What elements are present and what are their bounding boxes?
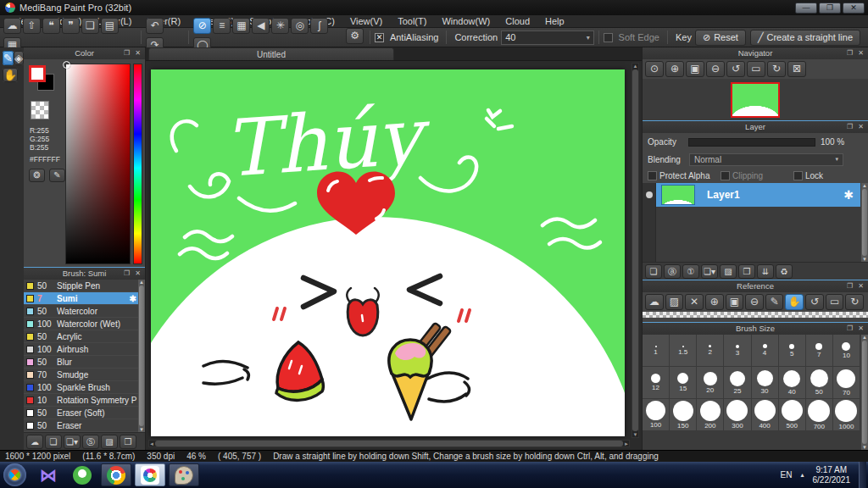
- lock-icon[interactable]: ⊠: [787, 61, 806, 77]
- brush-size-2[interactable]: 2: [697, 335, 724, 367]
- popout-icon[interactable]: ❐: [847, 324, 854, 332]
- scroll-down-icon[interactable]: ▼: [139, 427, 144, 432]
- brush-size-20[interactable]: 20: [697, 367, 724, 399]
- layer-visible-icon[interactable]: [646, 191, 653, 198]
- add-layer-menu-icon[interactable]: ❏▾: [701, 264, 718, 279]
- brush-size-40[interactable]: 40: [779, 367, 806, 399]
- layer-folder-icon[interactable]: ▨: [720, 264, 737, 279]
- cloud-brush-icon[interactable]: ☁: [26, 435, 43, 449]
- create-straight-line-button[interactable]: ╱ Create a straight line: [750, 30, 860, 46]
- brush-size-15[interactable]: 15: [670, 367, 697, 399]
- layer-row[interactable]: Layer1 ✱: [656, 183, 860, 207]
- brush-item-sparkle-brush[interactable]: 100Sparkle Brush: [24, 381, 138, 394]
- snap-grid-icon[interactable]: ▦: [232, 18, 250, 34]
- saturation-value-picker[interactable]: [65, 64, 131, 264]
- panel-list-icon[interactable]: ▤: [101, 18, 119, 34]
- popout-icon[interactable]: ❐: [124, 269, 131, 277]
- scroll-up-icon[interactable]: ▲: [633, 64, 638, 69]
- brush-settings-icon[interactable]: ✱: [130, 294, 136, 303]
- brush-size-1[interactable]: 1: [643, 335, 670, 367]
- close-icon[interactable]: ✕: [858, 49, 865, 57]
- tray-expand-icon[interactable]: ▴: [800, 471, 804, 479]
- brush-tool[interactable]: ✎: [3, 51, 14, 65]
- snap-settings-icon[interactable]: ⚙: [346, 28, 364, 44]
- clock[interactable]: 9:17 AM 6/22/2021: [813, 465, 851, 485]
- taskbar-chrome-icon[interactable]: [101, 463, 131, 486]
- folder-open-icon[interactable]: ▨: [665, 294, 684, 310]
- scroll-right-icon[interactable]: ►: [624, 441, 629, 446]
- brush-size-12[interactable]: 12: [643, 367, 670, 399]
- undo-icon[interactable]: ↶: [146, 18, 164, 34]
- script-brush-icon[interactable]: Ⓢ: [82, 435, 99, 449]
- brush-size-300[interactable]: 300: [724, 399, 751, 431]
- brush-size-25[interactable]: 25: [724, 367, 751, 399]
- close-icon[interactable]: ✕: [858, 282, 865, 290]
- rotate-right-icon[interactable]: ↻: [845, 294, 864, 310]
- zoom-in-icon[interactable]: ⊕: [665, 61, 684, 77]
- popout-icon[interactable]: ❐: [847, 49, 854, 57]
- brush-item-blur[interactable]: 50Blur: [24, 356, 138, 369]
- close-image-icon[interactable]: ✕: [685, 294, 704, 310]
- brush-size-50[interactable]: 50: [806, 367, 833, 399]
- snap-radial-icon[interactable]: ✳: [271, 18, 289, 34]
- minimize-button[interactable]: —: [795, 3, 817, 14]
- brush-size-1000[interactable]: 1000: [833, 399, 860, 431]
- scroll-down-icon[interactable]: ▼: [862, 445, 867, 450]
- scroll-up-icon[interactable]: ▲: [862, 183, 867, 188]
- duplicate-brush-icon[interactable]: ❐: [120, 435, 136, 449]
- menu-cloud[interactable]: Cloud: [498, 15, 537, 28]
- palette-icon[interactable]: ❂: [29, 169, 45, 182]
- start-button[interactable]: [3, 463, 26, 486]
- snap-off-icon[interactable]: ⊘: [193, 18, 211, 34]
- merge-layer-icon[interactable]: ⇊: [757, 264, 774, 279]
- brush-size-4[interactable]: 4: [752, 335, 779, 367]
- brush-item-rotation-symmetry-p[interactable]: 10Rotation Symmetry P: [24, 394, 138, 407]
- rotate-left-icon[interactable]: ↺: [726, 61, 745, 77]
- brush-size-10[interactable]: 10: [833, 335, 860, 367]
- share-icon[interactable]: ⇧: [23, 18, 41, 34]
- brush-size-30[interactable]: 30: [752, 367, 779, 399]
- brush-item-eraser-soft[interactable]: 50Eraser (Soft): [24, 407, 138, 419]
- brush-size-200[interactable]: 200: [697, 399, 724, 431]
- scroll-down-icon[interactable]: ▼: [633, 432, 638, 437]
- soft-edge-checkbox[interactable]: [604, 33, 613, 42]
- brush-item-stipple-pen[interactable]: 50Stipple Pen: [24, 280, 138, 292]
- document-icon[interactable]: ❏: [81, 18, 99, 34]
- brush-list-scrollbar[interactable]: ▲ ▼: [138, 280, 145, 432]
- hue-slider[interactable]: [133, 64, 142, 264]
- reset-rotation-icon[interactable]: ▭: [826, 294, 844, 310]
- cloud-icon[interactable]: ☁: [3, 18, 21, 34]
- protect-alpha-checkbox[interactable]: [648, 171, 657, 180]
- fit-screen-icon[interactable]: ▣: [726, 294, 744, 310]
- brush-size-500[interactable]: 500: [779, 399, 806, 431]
- brush-item-sumi[interactable]: 7Sumi✱: [24, 292, 138, 305]
- snap-parallel-icon[interactable]: ≡: [213, 18, 231, 34]
- restore-button[interactable]: ❐: [819, 3, 841, 14]
- add-brush-menu-icon[interactable]: ❏▾: [64, 435, 81, 449]
- layer-settings-icon[interactable]: ✱: [843, 188, 854, 202]
- document-tab[interactable]: Untitled: [148, 47, 394, 60]
- brush-item-acrylic[interactable]: 50Acrylic: [24, 330, 138, 343]
- popout-icon[interactable]: ❐: [124, 49, 131, 57]
- brush-size-3[interactable]: 3: [724, 335, 751, 367]
- brush-size-70[interactable]: 70: [833, 367, 860, 399]
- fit-screen-icon[interactable]: ▣: [686, 61, 704, 77]
- clipping-checkbox[interactable]: [721, 171, 730, 180]
- brush-size-400[interactable]: 400: [752, 399, 779, 431]
- scroll-left-icon[interactable]: ◄: [149, 441, 154, 446]
- cloud-open-icon[interactable]: ☁: [645, 294, 664, 310]
- color-cursor[interactable]: [63, 61, 70, 69]
- canvas[interactable]: Thúy: [151, 69, 625, 436]
- brush-size-700[interactable]: 700: [806, 399, 833, 431]
- new-1bit-layer-icon[interactable]: ①: [682, 264, 699, 279]
- delete-layer-icon[interactable]: ♻: [776, 264, 793, 279]
- canvas-horizontal-scrollbar[interactable]: ◄ ►: [148, 440, 630, 447]
- comment-icon[interactable]: ❝: [42, 18, 60, 34]
- transparent-color-swatch[interactable]: [31, 101, 49, 119]
- taskbar-medibang-icon[interactable]: [135, 463, 165, 486]
- snap-curve-icon[interactable]: ʃ: [310, 18, 328, 34]
- duplicate-layer-icon[interactable]: ❐: [738, 264, 755, 279]
- antialiasing-checkbox[interactable]: ✕: [375, 33, 384, 42]
- popout-icon[interactable]: ❐: [847, 123, 854, 130]
- reset-rotation-icon[interactable]: ▭: [747, 61, 765, 77]
